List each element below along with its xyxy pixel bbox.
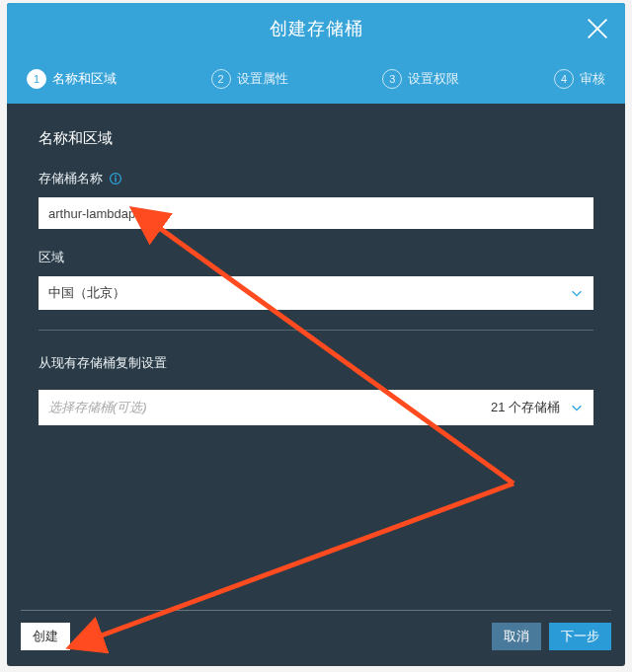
bucket-name-label-row: 存储桶名称 (39, 170, 593, 187)
copy-from-label: 从现有存储桶复制设置 (39, 354, 593, 372)
info-icon[interactable] (109, 172, 122, 186)
modal-panel: 创建存储桶 1 名称和区域 2 设置属性 3 设置权限 4 审核 (7, 3, 625, 666)
bucket-name-input[interactable] (39, 197, 593, 229)
modal-title: 创建存储桶 (270, 17, 363, 40)
region-value: 中国（北京） (48, 284, 125, 302)
svg-rect-4 (115, 178, 116, 182)
wizard-steps: 1 名称和区域 2 设置属性 3 设置权限 4 审核 (7, 54, 625, 104)
step-number: 2 (211, 69, 231, 89)
step-properties[interactable]: 2 设置属性 (211, 69, 288, 89)
modal-header: 创建存储桶 (7, 3, 625, 54)
step-label: 名称和区域 (52, 70, 117, 88)
divider (39, 330, 593, 331)
next-button[interactable]: 下一步 (549, 623, 611, 650)
step-label: 设置属性 (237, 70, 288, 88)
chevron-down-icon (570, 401, 584, 414)
copy-from-placeholder: 选择存储桶(可选) (48, 399, 147, 416)
step-review[interactable]: 4 审核 (554, 69, 605, 89)
step-number: 1 (27, 69, 46, 89)
bucket-name-label: 存储桶名称 (39, 170, 103, 187)
copy-from-count: 21 个存储桶 (491, 399, 560, 416)
step-number: 3 (382, 69, 402, 89)
step-label: 设置权限 (408, 70, 459, 88)
svg-point-3 (115, 176, 117, 178)
create-button[interactable]: 创建 (21, 623, 70, 650)
step-label: 审核 (580, 70, 605, 88)
region-select[interactable]: 中国（北京） (39, 276, 593, 310)
close-icon[interactable] (584, 15, 611, 42)
chevron-down-icon (570, 286, 584, 300)
step-permissions[interactable]: 3 设置权限 (382, 69, 459, 89)
region-label: 区域 (39, 249, 64, 266)
region-label-row: 区域 (39, 249, 593, 266)
modal-body: 名称和区域 存储桶名称 区域 中国（北京） 从现有存储桶复制设置 选择存 (7, 104, 625, 425)
cancel-button[interactable]: 取消 (492, 623, 541, 650)
step-name-region[interactable]: 1 名称和区域 (27, 69, 117, 89)
step-number: 4 (554, 69, 574, 89)
modal-footer: 创建 取消 下一步 (7, 598, 625, 666)
copy-from-select[interactable]: 选择存储桶(可选) 21 个存储桶 (39, 390, 593, 425)
footer-divider (21, 610, 611, 611)
section-title: 名称和区域 (39, 129, 593, 148)
